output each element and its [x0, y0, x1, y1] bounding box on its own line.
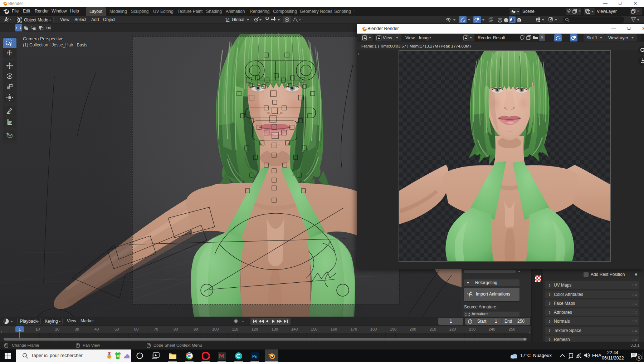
svg-text:Ps: Ps — [252, 354, 257, 358]
